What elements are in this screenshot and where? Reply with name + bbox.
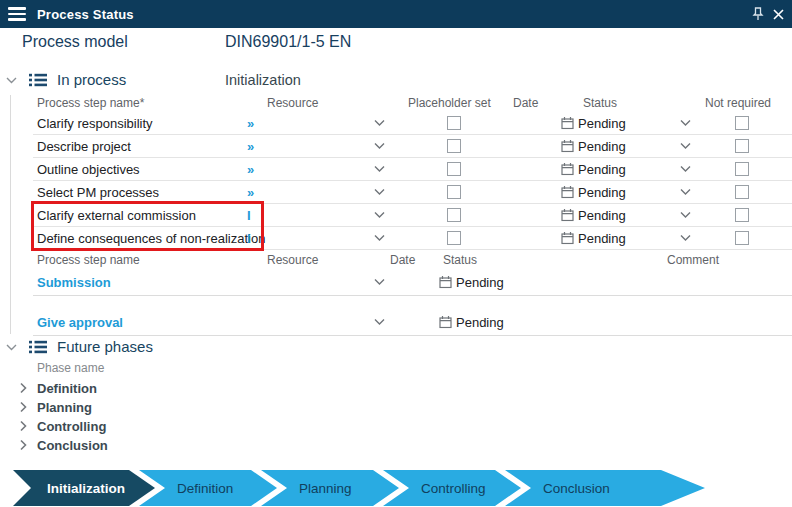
column-header: Status <box>583 96 617 110</box>
resource-link[interactable]: » <box>247 161 254 176</box>
phase-name-column-header: Phase name <box>37 361 104 375</box>
chevron-right-icon[interactable] <box>20 401 27 412</box>
placeholder-checkbox[interactable] <box>447 208 461 222</box>
chevron-down-icon[interactable] <box>374 165 385 172</box>
chevron-down-icon[interactable] <box>374 119 385 126</box>
chevron-right-icon[interactable] <box>20 420 27 431</box>
calendar-icon[interactable] <box>561 139 574 152</box>
process-model-label: Process model <box>22 33 128 51</box>
calendar-icon[interactable] <box>439 315 452 328</box>
column-header: Date <box>390 253 415 267</box>
table-row: Define consequences of non-realization I… <box>33 226 792 250</box>
chevron-down-icon[interactable] <box>374 211 385 218</box>
process-model-value[interactable]: DIN69901/1-5 EN <box>225 33 351 51</box>
phase-row: Definition <box>0 378 400 397</box>
phase-row: Planning <box>0 397 400 416</box>
chevron-down-icon[interactable] <box>680 142 691 149</box>
not-required-checkbox[interactable] <box>735 116 749 130</box>
placeholder-checkbox[interactable] <box>447 139 461 153</box>
resource-link[interactable]: » <box>247 138 254 153</box>
process-step-name: Clarify external commission <box>37 207 196 222</box>
chevron-right-icon[interactable] <box>20 382 27 393</box>
process-step-name: Outline objectives <box>37 161 140 176</box>
give-approval-link[interactable]: Give approval <box>37 314 123 329</box>
process-step-name: Select PM processes <box>37 184 159 199</box>
list-icon <box>29 340 47 354</box>
status-value: Pending <box>578 161 626 176</box>
collapse-chevron-icon[interactable] <box>6 344 17 351</box>
phase-name[interactable]: Controlling <box>37 418 106 433</box>
column-header: Resource <box>267 96 318 110</box>
status-value: Pending <box>578 230 626 245</box>
placeholder-checkbox[interactable] <box>447 162 461 176</box>
calendar-icon[interactable] <box>561 208 574 221</box>
calendar-icon[interactable] <box>439 275 452 288</box>
table-row: Give approval Pending <box>33 308 792 336</box>
chevron-down-icon[interactable] <box>680 165 691 172</box>
table-row: Describe project » Pending <box>33 134 792 158</box>
placeholder-checkbox[interactable] <box>447 116 461 130</box>
process-step-name: Describe project <box>37 138 131 153</box>
phase-name[interactable]: Definition <box>37 380 97 395</box>
phase-arrow-controlling[interactable]: Controlling <box>383 470 521 506</box>
window-title: Process Status <box>37 7 134 22</box>
resource-link[interactable]: » <box>247 115 254 130</box>
placeholder-checkbox[interactable] <box>447 185 461 199</box>
not-required-checkbox[interactable] <box>735 162 749 176</box>
process-step-name: Define consequences of non-realization <box>37 230 265 245</box>
column-header: Placeholder set <box>408 96 491 110</box>
chevron-down-icon[interactable] <box>374 142 385 149</box>
collapse-chevron-icon[interactable] <box>6 77 17 84</box>
table-row: Select PM processes » Pending <box>33 180 792 204</box>
calendar-icon[interactable] <box>561 116 574 129</box>
column-header: Resource <box>267 253 318 267</box>
table-row: Clarify external commission I Pending <box>33 203 792 227</box>
not-required-checkbox[interactable] <box>735 231 749 245</box>
table-row: Submission Pending <box>33 268 792 296</box>
status-value: Pending <box>456 314 504 329</box>
chevron-down-icon[interactable] <box>680 119 691 126</box>
group-guide-line <box>10 95 11 334</box>
resource-link[interactable]: I <box>247 230 251 245</box>
resource-link[interactable]: I <box>247 207 251 222</box>
phase-arrow-planning[interactable]: Planning <box>261 470 399 506</box>
menu-icon[interactable] <box>8 7 26 20</box>
chevron-down-icon[interactable] <box>680 211 691 218</box>
status-value: Pending <box>578 115 626 130</box>
calendar-icon[interactable] <box>561 185 574 198</box>
column-header: Status <box>443 253 477 267</box>
section-title-in-process: In process <box>57 71 126 88</box>
chevron-right-icon[interactable] <box>20 439 27 450</box>
column-header: Comment <box>667 253 719 267</box>
calendar-icon[interactable] <box>561 231 574 244</box>
chevron-down-icon[interactable] <box>374 278 385 285</box>
section-title-future-phases: Future phases <box>57 338 153 355</box>
not-required-checkbox[interactable] <box>735 208 749 222</box>
resource-link[interactable]: » <box>247 184 254 199</box>
submission-link[interactable]: Submission <box>37 274 111 289</box>
chevron-down-icon[interactable] <box>374 234 385 241</box>
phase-row: Controlling <box>0 416 400 435</box>
list-icon <box>29 73 47 87</box>
titlebar: Process Status <box>0 0 792 28</box>
pin-icon[interactable] <box>752 7 764 21</box>
not-required-checkbox[interactable] <box>735 139 749 153</box>
chevron-down-icon[interactable] <box>680 234 691 241</box>
status-value: Pending <box>578 207 626 222</box>
status-value: Pending <box>578 184 626 199</box>
phase-arrow-definition[interactable]: Definition <box>139 470 277 506</box>
calendar-icon[interactable] <box>561 162 574 175</box>
phase-row: Conclusion <box>0 435 400 454</box>
column-header: Process step name* <box>37 96 144 110</box>
not-required-checkbox[interactable] <box>735 185 749 199</box>
phase-name[interactable]: Planning <box>37 399 92 414</box>
chevron-down-icon[interactable] <box>374 188 385 195</box>
placeholder-checkbox[interactable] <box>447 231 461 245</box>
phase-arrow-conclusion[interactable]: Conclusion <box>505 470 705 506</box>
chevron-down-icon[interactable] <box>680 188 691 195</box>
table-row: Outline objectives » Pending <box>33 157 792 181</box>
chevron-down-icon[interactable] <box>374 318 385 325</box>
close-icon[interactable] <box>773 9 784 20</box>
process-status-window: Process Status Process model DIN69901/1-… <box>0 0 792 507</box>
phase-name[interactable]: Conclusion <box>37 437 108 452</box>
